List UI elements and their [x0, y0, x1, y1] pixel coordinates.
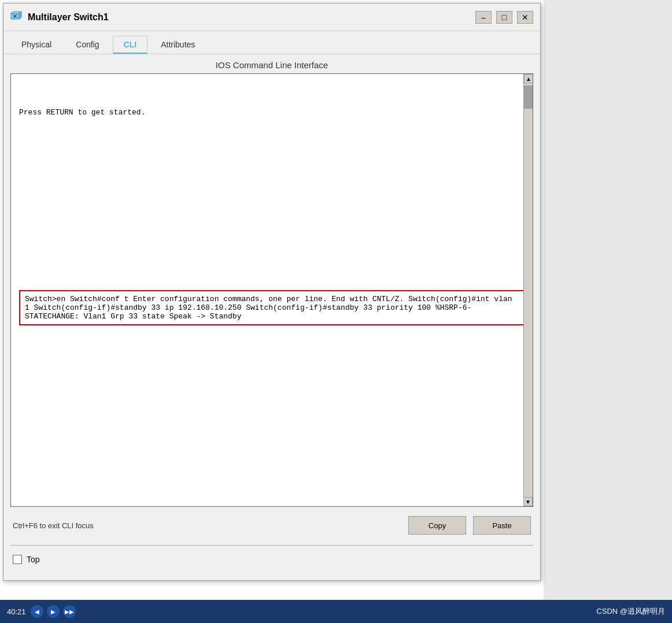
cli-focus-hint: Ctrl+F6 to exit CLI focus [13, 521, 94, 530]
terminal-highlighted-section: Switch>en Switch#conf t Enter configurat… [19, 290, 525, 325]
player-prev-button[interactable]: ◀ [31, 605, 43, 618]
paste-button[interactable]: Paste [473, 516, 531, 535]
close-button[interactable]: ✕ [517, 11, 533, 24]
title-icon [10, 11, 23, 24]
terminal-scrollbar[interactable]: ▲ ▼ [523, 74, 533, 506]
tab-bar: Physical Config CLI Attributes [3, 31, 540, 54]
checkbox-area: Top [3, 550, 540, 569]
title-bar-left: Multilayer Switch1 [10, 11, 109, 24]
bottom-action-bar: Ctrl+F6 to exit CLI focus Copy Paste [3, 510, 540, 540]
multilayer-switch-dialog: Multilayer Switch1 – □ ✕ Physical Config… [3, 3, 541, 581]
network-diagram-panel: /2 /2 Fa0/1 [544, 0, 672, 623]
taskbar-player: ◀ ▶ ▶▶ [31, 605, 76, 618]
title-text: Multilayer Switch1 [28, 12, 109, 23]
tab-physical[interactable]: Physical [10, 36, 62, 54]
terminal-upper-text: Press RETURN to get started. [11, 74, 533, 288]
title-bar: Multilayer Switch1 – □ ✕ [3, 3, 540, 31]
top-checkbox[interactable] [13, 555, 22, 564]
minimize-button[interactable]: – [475, 11, 492, 24]
scrollbar-thumb[interactable] [524, 86, 533, 109]
tab-attributes[interactable]: Attributes [150, 36, 206, 54]
player-next-button[interactable]: ▶▶ [63, 605, 76, 618]
divider [10, 545, 533, 546]
copy-button[interactable]: Copy [408, 516, 466, 535]
maximize-button[interactable]: □ [496, 11, 512, 24]
top-checkbox-label: Top [27, 555, 40, 564]
scrollbar-up-button[interactable]: ▲ [524, 74, 533, 83]
taskbar-left: 40:21 ◀ ▶ ▶▶ [7, 605, 76, 618]
tab-config[interactable]: Config [65, 36, 110, 54]
svg-point-25 [14, 15, 16, 17]
player-play-button[interactable]: ▶ [47, 605, 60, 618]
tab-cli[interactable]: CLI [113, 36, 148, 54]
taskbar: 40:21 ◀ ▶ ▶▶ CSDN @逍风醉明月 [0, 600, 672, 623]
scrollbar-down-button[interactable]: ▼ [523, 497, 533, 506]
terminal-container[interactable]: Press RETURN to get started. Switch>en S… [10, 73, 533, 507]
taskbar-time: 40:21 [7, 607, 26, 616]
taskbar-brand: CSDN @逍风醉明月 [596, 606, 665, 617]
svg-marker-20 [19, 12, 21, 19]
bottom-buttons: Copy Paste [408, 516, 531, 535]
cli-section-title: IOS Command Line Interface [3, 54, 540, 73]
title-controls: – □ ✕ [475, 11, 533, 24]
